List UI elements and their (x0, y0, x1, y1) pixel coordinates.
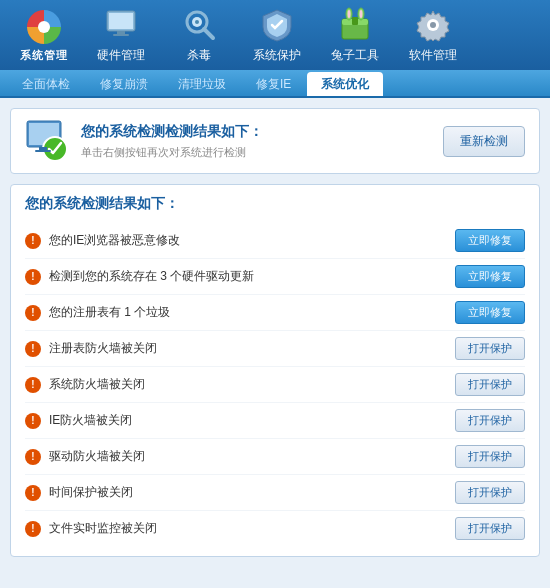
result-left: !系统防火墙被关闭 (25, 376, 455, 393)
svg-line-8 (204, 29, 213, 38)
warning-icon: ! (25, 413, 41, 429)
summary-left: 您的系统检测检测结果如下： 单击右侧按钮再次对系统进行检测 (25, 119, 263, 163)
svg-rect-12 (352, 17, 358, 25)
rescan-button[interactable]: 重新检测 (443, 126, 525, 157)
tab-clean-trash[interactable]: 清理垃圾 (164, 72, 240, 96)
result-left: !驱动防火墙被关闭 (25, 448, 455, 465)
fix-button[interactable]: 立即修复 (455, 229, 525, 252)
warning-icon: ! (25, 341, 41, 357)
shield-icon (259, 7, 295, 43)
nav-item-hardware[interactable]: 硬件管理 (84, 4, 158, 66)
svg-rect-3 (109, 13, 133, 29)
fix-button[interactable]: 立即修复 (455, 301, 525, 324)
result-text: 您的IE浏览器被恶意修改 (49, 232, 180, 249)
result-row: !时间保护被关闭打开保护 (25, 475, 525, 511)
summary-title: 您的系统检测检测结果如下： (81, 123, 263, 141)
result-left: !IE防火墙被关闭 (25, 412, 455, 429)
top-navigation: 系统管理 硬件管理 杀毒 (0, 0, 550, 70)
computer-summary-icon (25, 119, 69, 163)
warning-icon: ! (25, 449, 41, 465)
warning-icon: ! (25, 521, 41, 537)
warning-icon: ! (25, 485, 41, 501)
result-row: !IE防火墙被关闭打开保护 (25, 403, 525, 439)
results-panel: 您的系统检测结果如下： !您的IE浏览器被恶意修改立即修复!检测到您的系统存在 … (10, 184, 540, 557)
nav-item-protect[interactable]: 系统保护 (240, 4, 314, 66)
logo-area: 系统管理 (8, 4, 80, 66)
nav-label-software: 软件管理 (409, 47, 457, 64)
result-row: !注册表防火墙被关闭打开保护 (25, 331, 525, 367)
nav-item-software[interactable]: 软件管理 (396, 4, 470, 66)
protect-button[interactable]: 打开保护 (455, 517, 525, 540)
result-row: !检测到您的系统存在 3 个硬件驱动更新立即修复 (25, 259, 525, 295)
gear-icon (415, 7, 451, 43)
svg-point-15 (348, 10, 351, 18)
logo-text: 系统管理 (20, 48, 68, 63)
warning-icon: ! (25, 377, 41, 393)
summary-card: 您的系统检测检测结果如下： 单击右侧按钮再次对系统进行检测 重新检测 (10, 108, 540, 174)
result-text: IE防火墙被关闭 (49, 412, 132, 429)
tab-bar: 全面体检 修复崩溃 清理垃圾 修复IE 系统优化 (0, 70, 550, 98)
rabbit-icon (337, 7, 373, 43)
svg-rect-23 (35, 150, 51, 152)
result-text: 注册表防火墙被关闭 (49, 340, 157, 357)
protect-button[interactable]: 打开保护 (455, 409, 525, 432)
tab-sys-optimize[interactable]: 系统优化 (307, 72, 383, 96)
nav-label-protect: 系统保护 (253, 47, 301, 64)
tab-full-check[interactable]: 全面体检 (8, 72, 84, 96)
nav-item-kill[interactable]: 杀毒 (162, 4, 236, 66)
summary-text: 您的系统检测检测结果如下： 单击右侧按钮再次对系统进行检测 (81, 123, 263, 160)
result-text: 系统防火墙被关闭 (49, 376, 145, 393)
protect-button[interactable]: 打开保护 (455, 445, 525, 468)
nav-label-rabbit: 兔子工具 (331, 47, 379, 64)
kill-icon (181, 7, 217, 43)
result-left: !注册表防火墙被关闭 (25, 340, 455, 357)
nav-label-hardware: 硬件管理 (97, 47, 145, 64)
svg-point-16 (360, 10, 363, 18)
main-content: 您的系统检测检测结果如下： 单击右侧按钮再次对系统进行检测 重新检测 您的系统检… (0, 98, 550, 588)
result-row: !您的注册表有 1 个垃圾立即修复 (25, 295, 525, 331)
protect-button[interactable]: 打开保护 (455, 337, 525, 360)
result-text: 文件实时监控被关闭 (49, 520, 157, 537)
fix-button[interactable]: 立即修复 (455, 265, 525, 288)
warning-icon: ! (25, 233, 41, 249)
result-left: !文件实时监控被关闭 (25, 520, 455, 537)
svg-rect-22 (39, 147, 47, 150)
result-text: 驱动防火墙被关闭 (49, 448, 145, 465)
svg-rect-5 (113, 34, 129, 36)
svg-rect-4 (117, 31, 125, 34)
results-rows-container: !您的IE浏览器被恶意修改立即修复!检测到您的系统存在 3 个硬件驱动更新立即修… (25, 223, 525, 546)
result-text: 您的注册表有 1 个垃圾 (49, 304, 170, 321)
warning-icon: ! (25, 269, 41, 285)
monitor-icon (103, 7, 139, 43)
results-title: 您的系统检测结果如下： (25, 195, 525, 213)
result-text: 检测到您的系统存在 3 个硬件驱动更新 (49, 268, 254, 285)
protect-button[interactable]: 打开保护 (455, 481, 525, 504)
nav-label-kill: 杀毒 (187, 47, 211, 64)
result-row: !系统防火墙被关闭打开保护 (25, 367, 525, 403)
result-left: !您的IE浏览器被恶意修改 (25, 232, 455, 249)
result-text: 时间保护被关闭 (49, 484, 133, 501)
tab-repair-ie[interactable]: 修复IE (242, 72, 305, 96)
result-row: !驱动防火墙被关闭打开保护 (25, 439, 525, 475)
summary-subtitle: 单击右侧按钮再次对系统进行检测 (81, 145, 263, 160)
tab-repair-boot[interactable]: 修复崩溃 (86, 72, 162, 96)
warning-icon: ! (25, 305, 41, 321)
logo-icon (23, 8, 65, 46)
result-left: !检测到您的系统存在 3 个硬件驱动更新 (25, 268, 455, 285)
svg-point-18 (430, 22, 436, 28)
result-row: !您的IE浏览器被恶意修改立即修复 (25, 223, 525, 259)
nav-item-rabbit[interactable]: 兔子工具 (318, 4, 392, 66)
svg-point-9 (195, 20, 199, 24)
svg-point-1 (38, 21, 50, 33)
result-left: !您的注册表有 1 个垃圾 (25, 304, 455, 321)
protect-button[interactable]: 打开保护 (455, 373, 525, 396)
result-row: !文件实时监控被关闭打开保护 (25, 511, 525, 546)
result-left: !时间保护被关闭 (25, 484, 455, 501)
